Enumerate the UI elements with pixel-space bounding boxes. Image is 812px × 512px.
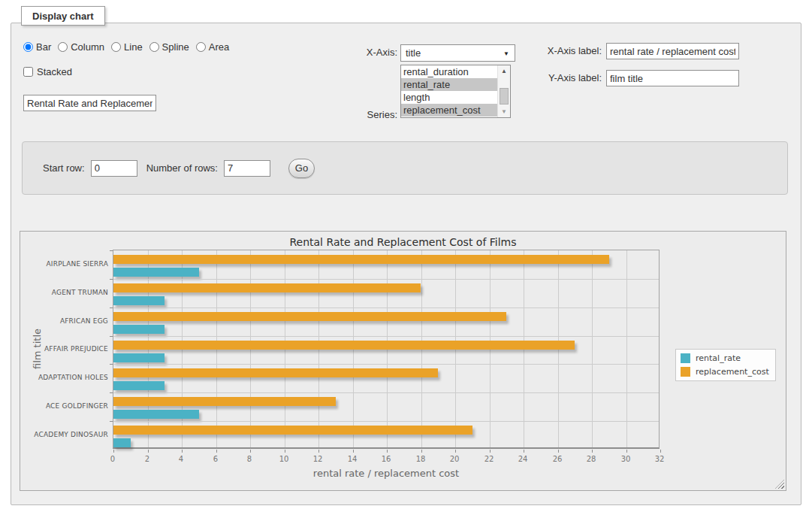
x-tick-mark	[558, 450, 559, 453]
chart-type-option-label: Area	[209, 41, 229, 53]
x-tick-mark	[524, 450, 524, 453]
gridline-horizontal	[113, 336, 659, 337]
x-tick-mark	[148, 450, 149, 453]
x-tick-mark	[660, 450, 661, 453]
legend-label: rental_rate	[696, 353, 741, 363]
x-tick-label: 26	[546, 455, 569, 463]
go-button[interactable]: Go	[288, 159, 315, 178]
bar-replacement_cost	[113, 312, 506, 321]
gridline-horizontal	[113, 308, 659, 308]
x-tick-mark	[626, 450, 627, 453]
x-axis-select-label: X-Axis:	[334, 47, 397, 58]
series-options: rental_durationrental_ratelengthreplacem…	[401, 65, 497, 117]
chart-type-option-spline: Spline	[149, 41, 189, 53]
x-tick-mark	[421, 450, 422, 453]
chart-type-option-label: Spline	[162, 41, 189, 53]
gridline-horizontal	[113, 364, 659, 365]
category-label: ACE GOLDFINGER	[24, 402, 108, 410]
legend-label: replacement_cost	[696, 367, 769, 377]
resize-handle-icon[interactable]	[775, 480, 784, 489]
series-option-rental_duration[interactable]: rental_duration	[401, 65, 497, 78]
category-label: AGENT TRUMAN	[24, 289, 108, 296]
chart-type-radio-spline[interactable]	[149, 42, 159, 52]
y-tick-mark	[110, 421, 113, 422]
chart-type-radio-area[interactable]	[196, 42, 206, 52]
legend-swatch-replacement_cost	[681, 367, 690, 377]
bar-replacement_cost	[113, 255, 609, 264]
scrollbar-up-icon[interactable]: ▲	[498, 65, 510, 77]
x-axis-selected-value: title	[406, 47, 421, 59]
x-axis-select[interactable]: title ▼	[400, 44, 515, 62]
x-tick-mark	[285, 450, 285, 453]
y-tick-mark	[110, 336, 113, 337]
x-tick-mark	[216, 450, 217, 453]
series-option-replacement_cost[interactable]: replacement_cost	[401, 104, 497, 117]
x-tick-mark	[455, 450, 456, 453]
series-option-length[interactable]: length	[401, 91, 497, 104]
y-tick-mark	[110, 364, 113, 365]
chart-x-axis-title: rental rate / replacement cost	[236, 468, 536, 479]
y-axis-label-caption: Y-Axis label:	[537, 72, 602, 83]
rows-panel: Start row: Number of rows: Go	[22, 141, 788, 195]
series-scrollbar[interactable]: ▲ ▼	[497, 65, 510, 117]
chart-type-option-label: Bar	[36, 41, 51, 53]
fieldset-legend: Display chart	[21, 6, 105, 26]
start-row-label: Start row:	[43, 162, 85, 174]
chart-type-option-bar: Bar	[23, 41, 51, 53]
bar-replacement_cost	[113, 341, 575, 350]
series-multiselect[interactable]: rental_durationrental_ratelengthreplacem…	[400, 65, 511, 118]
display-chart-fieldset: Display chart BarColumnLineSplineArea St…	[11, 23, 801, 505]
y-tick-mark	[110, 308, 113, 308]
x-tick-label: 16	[375, 455, 397, 463]
bar-replacement_cost	[113, 368, 438, 377]
series-option-rental_rate[interactable]: rental_rate	[401, 78, 497, 91]
x-tick-label: 30	[614, 455, 637, 463]
gridline-horizontal	[113, 392, 659, 393]
bar-rental_rate	[113, 438, 131, 447]
scrollbar-thumb[interactable]	[500, 88, 509, 105]
x-tick-label: 14	[341, 455, 364, 463]
chart-type-radio-line[interactable]	[111, 42, 121, 52]
x-tick-label: 28	[580, 455, 602, 463]
category-label: AFRICAN EGG	[24, 317, 108, 325]
y-tick-mark	[110, 279, 113, 280]
x-tick-mark	[250, 450, 251, 453]
bar-replacement_cost	[113, 397, 336, 406]
stacked-checkbox[interactable]	[23, 67, 33, 77]
x-tick-label: 12	[306, 455, 329, 463]
number-of-rows-input[interactable]	[224, 160, 270, 177]
stacked-row: Stacked	[23, 66, 72, 77]
bar-rental_rate	[113, 296, 165, 305]
chart-type-option-label: Column	[71, 41, 104, 53]
x-tick-mark	[387, 450, 388, 453]
x-tick-label: 22	[478, 455, 500, 463]
x-tick-label: 18	[409, 455, 432, 463]
x-tick-mark	[182, 450, 183, 453]
gridline-vertical	[592, 250, 593, 447]
x-tick-label: 4	[170, 455, 192, 463]
legend-swatch-rental_rate	[681, 353, 690, 363]
x-tick-mark	[113, 450, 114, 453]
chart-title: Rental Rate and Replacement Cost of Film…	[20, 236, 786, 248]
x-tick-label: 20	[443, 455, 466, 463]
bar-replacement_cost	[113, 426, 472, 435]
x-tick-label: 24	[512, 455, 534, 463]
legend-entry-rental_rate: rental_rate	[681, 353, 769, 363]
legend-entry-replacement_cost: replacement_cost	[681, 367, 769, 377]
x-axis-label-input[interactable]	[606, 43, 739, 59]
chart-type-radio-column[interactable]	[58, 42, 68, 52]
chart-type-option-line: Line	[111, 41, 143, 53]
x-tick-mark	[592, 450, 593, 453]
chart-title-input[interactable]	[23, 95, 156, 111]
start-row-input[interactable]	[91, 160, 137, 177]
chart-type-radio-bar[interactable]	[23, 42, 33, 52]
gridline-vertical	[626, 250, 627, 447]
chart-type-group: BarColumnLineSplineArea	[23, 41, 229, 53]
select-dropdown-arrow-icon: ▼	[503, 50, 509, 57]
y-axis-label-input[interactable]	[606, 70, 739, 86]
chart-panel: Rental Rate and Replacement Cost of Film…	[20, 231, 786, 491]
scrollbar-down-icon[interactable]: ▼	[498, 106, 510, 117]
chart-type-option-area: Area	[196, 41, 229, 53]
bar-rental_rate	[113, 381, 165, 390]
category-label: ADAPTATION HOLES	[24, 374, 108, 381]
